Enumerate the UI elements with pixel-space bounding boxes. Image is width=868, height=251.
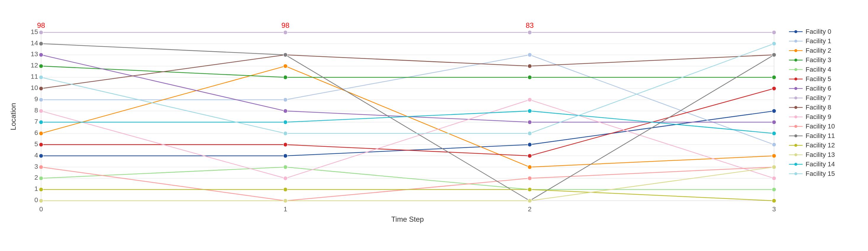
- svg-point-103: [283, 131, 287, 135]
- svg-point-74: [39, 87, 43, 91]
- svg-point-66: [39, 53, 43, 57]
- svg-point-52: [527, 165, 532, 169]
- svg-text:11: 11: [31, 73, 38, 80]
- svg-point-67: [283, 109, 287, 113]
- svg-point-91: [283, 187, 287, 191]
- svg-point-72: [527, 30, 532, 34]
- legend-item: Facility 14: [789, 160, 860, 168]
- svg-point-53: [772, 154, 776, 158]
- svg-point-131: [794, 144, 797, 147]
- svg-point-55: [283, 75, 287, 79]
- svg-point-119: [794, 87, 797, 90]
- legend-item: Facility 1: [789, 37, 860, 45]
- svg-text:3: 3: [772, 206, 776, 213]
- svg-point-63: [283, 143, 287, 147]
- svg-point-137: [794, 172, 797, 175]
- svg-point-87: [283, 53, 287, 57]
- svg-point-50: [39, 131, 43, 135]
- svg-point-92: [527, 187, 532, 191]
- svg-point-57: [772, 75, 776, 79]
- svg-point-100: [527, 109, 532, 113]
- svg-point-64: [527, 154, 532, 158]
- legend-item: Facility 13: [789, 151, 860, 159]
- legend-label: Facility 10: [806, 123, 835, 130]
- legend-label: Facility 5: [806, 75, 831, 83]
- legend-item: Facility 0: [789, 28, 860, 35]
- svg-point-104: [527, 131, 532, 135]
- svg-text:1: 1: [34, 185, 38, 192]
- legend-label: Facility 14: [806, 160, 835, 168]
- legend-item: Facility 7: [789, 94, 860, 102]
- svg-point-42: [39, 154, 43, 158]
- svg-text:8: 8: [34, 106, 38, 114]
- svg-point-44: [527, 143, 532, 147]
- svg-point-71: [283, 30, 287, 34]
- svg-point-117: [794, 77, 797, 81]
- svg-text:0: 0: [39, 206, 43, 213]
- svg-point-135: [794, 163, 797, 166]
- svg-point-61: [772, 187, 776, 191]
- svg-point-47: [283, 98, 287, 102]
- svg-point-70: [39, 30, 43, 34]
- svg-point-107: [794, 30, 797, 33]
- svg-point-82: [39, 165, 43, 169]
- chart-wrapper: 01234567891011121314150123LocationTime S…: [5, 4, 863, 247]
- svg-text:13: 13: [31, 50, 38, 58]
- svg-point-121: [794, 96, 797, 99]
- legend-item: Facility 15: [789, 170, 860, 178]
- legend-label: Facility 4: [806, 66, 831, 73]
- svg-text:14: 14: [31, 39, 38, 47]
- svg-point-129: [794, 134, 797, 137]
- svg-point-127: [794, 125, 797, 128]
- svg-point-98: [39, 120, 43, 124]
- legend-item: Facility 4: [789, 66, 860, 73]
- svg-point-51: [283, 64, 287, 68]
- svg-point-58: [39, 176, 43, 180]
- svg-point-62: [39, 143, 43, 147]
- svg-point-93: [772, 198, 776, 203]
- svg-point-68: [527, 120, 532, 124]
- legend-label: Facility 0: [806, 28, 831, 35]
- svg-point-90: [39, 187, 43, 191]
- svg-point-78: [39, 109, 43, 113]
- svg-point-101: [772, 131, 776, 135]
- svg-text:83: 83: [526, 21, 534, 29]
- svg-point-111: [794, 49, 797, 52]
- legend-label: Facility 3: [806, 56, 831, 64]
- legend-item: Facility 3: [789, 56, 860, 64]
- svg-point-125: [794, 116, 797, 118]
- svg-point-113: [794, 59, 797, 62]
- svg-text:98: 98: [281, 21, 289, 29]
- page-container: 01234567891011121314150123LocationTime S…: [0, 0, 868, 251]
- chart-area: 01234567891011121314150123LocationTime S…: [5, 4, 786, 247]
- svg-point-86: [39, 41, 43, 45]
- legend-item: Facility 9: [789, 113, 860, 121]
- svg-text:Location: Location: [9, 103, 17, 130]
- svg-point-49: [772, 143, 776, 147]
- main-chart: 01234567891011121314150123LocationTime S…: [5, 10, 786, 229]
- svg-text:2: 2: [528, 206, 531, 213]
- svg-point-46: [39, 98, 43, 102]
- legend-item: Facility 10: [789, 123, 860, 130]
- svg-point-89: [772, 53, 776, 57]
- legend-label: Facility 13: [806, 151, 835, 159]
- legend-label: Facility 1: [806, 37, 831, 45]
- svg-point-95: [283, 198, 287, 203]
- svg-text:9: 9: [34, 95, 38, 103]
- svg-text:2: 2: [34, 174, 38, 181]
- svg-point-69: [772, 120, 776, 124]
- legend-label: Facility 9: [806, 113, 831, 121]
- svg-text:98: 98: [37, 21, 45, 29]
- svg-point-97: [772, 165, 776, 169]
- legend-item: Facility 8: [789, 103, 860, 111]
- svg-point-43: [283, 154, 287, 158]
- svg-point-56: [527, 75, 532, 79]
- legend-item: Facility 2: [789, 47, 860, 55]
- svg-point-81: [772, 176, 776, 180]
- legend: Facility 0Facility 1Facility 2Facility 3…: [786, 22, 863, 184]
- svg-point-109: [794, 40, 797, 43]
- legend-label: Facility 11: [806, 132, 835, 140]
- svg-point-45: [772, 109, 776, 113]
- svg-point-73: [772, 30, 776, 34]
- svg-point-65: [772, 87, 776, 91]
